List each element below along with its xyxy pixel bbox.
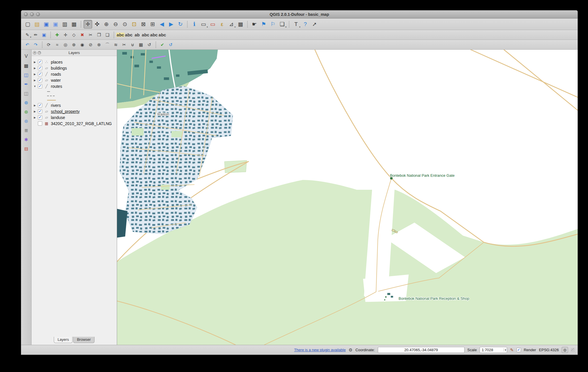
undo-button[interactable]: ↶ (23, 41, 31, 49)
layer-checkbox-places[interactable]: ✓ (38, 60, 42, 64)
coordinate-input[interactable]: 20.47065,-34.04879 (378, 347, 465, 353)
move-feature-button[interactable]: ✛ (62, 31, 69, 39)
layer-item-places[interactable]: ▶✓∴places (33, 59, 117, 65)
layer-item-roads[interactable]: ▶✓╱roads (33, 71, 117, 77)
redo-button[interactable]: ↷ (32, 41, 40, 49)
add-spatialite-layer-button[interactable]: ✒ (23, 80, 30, 88)
layer-checkbox-rivers[interactable]: ✓ (38, 103, 42, 107)
delete-ring-button[interactable]: ⊘ (87, 41, 95, 49)
expand-arrow-icon[interactable]: ▶ (33, 104, 36, 107)
window-titlebar[interactable]: QGIS 2.0.1-Dufour - basic_map (21, 10, 578, 18)
add-mssql-layer-button[interactable]: ◫ (23, 90, 30, 97)
rollback-edits-button[interactable]: ↺ (167, 41, 175, 49)
add-vector-layer-button[interactable]: V (23, 53, 30, 60)
help-button[interactable]: ? (301, 20, 310, 29)
layer-item-routes[interactable]: ▼✓╱routes (33, 83, 117, 89)
pan-to-selection-button[interactable]: ✜ (93, 20, 101, 29)
add-delimited-text-layer-button[interactable]: ≣ (23, 127, 30, 134)
remove-layer-button[interactable]: ⊟ (23, 145, 30, 152)
add-postgis-layer-button[interactable]: ◫ (23, 71, 30, 79)
toggle-editing-button[interactable]: ✏ (32, 31, 40, 39)
paste-features-button[interactable]: ❏ (103, 31, 111, 39)
new-bookmark-button[interactable]: ⚑ (259, 20, 268, 29)
zoom-next-button[interactable]: ▶ (167, 20, 175, 29)
add-wfs-layer-button[interactable]: ⊛ (23, 117, 30, 125)
expand-arrow-icon[interactable]: ▼ (33, 85, 36, 88)
zoom-out-button[interactable]: ⊖ (111, 20, 120, 29)
close-panel-icon[interactable]: ✕ (33, 51, 36, 55)
current-edits-button[interactable]: ✎▾ (23, 31, 31, 39)
zoom-window-button[interactable] (36, 12, 40, 16)
map-tips-button[interactable]: ☛ (250, 20, 259, 29)
new-print-composer-button[interactable]: ▥ (60, 20, 69, 29)
show-bookmarks-button[interactable]: ⚐ (269, 20, 277, 29)
add-part-button[interactable]: ⊕ (70, 41, 78, 49)
label-move-button[interactable]: abc (142, 31, 149, 39)
layer-item-water[interactable]: ▶✓▱water (33, 77, 117, 83)
layer-item-rivers[interactable]: ▶✓╱rivers (33, 102, 117, 108)
save-project-button[interactable]: ▣ (42, 20, 51, 29)
refresh-map-button[interactable]: ↻ (176, 20, 185, 29)
layer-item-school_property[interactable]: ▶✓▱school_property (33, 108, 117, 114)
layer-checkbox-3420C_2010_327_RGB_LATLNG[interactable] (38, 121, 42, 126)
deselect-features-button[interactable]: ▭ (208, 20, 217, 29)
layer-item-3420C_2010_327_RGB_LATLNG[interactable]: ▦3420C_2010_327_RGB_LATLNG (33, 120, 117, 127)
layer-checkbox-landuse[interactable]: ✓ (38, 115, 42, 120)
open-project-button[interactable]: ▤ (33, 20, 41, 29)
save-layer-edits-button[interactable]: ▣ (40, 31, 48, 39)
new-project-button[interactable]: ▢ (23, 20, 32, 29)
layer-checkbox-buildings[interactable]: ✓ (38, 66, 42, 70)
expand-arrow-icon[interactable]: ▶ (33, 79, 36, 82)
copy-features-button[interactable]: ❐ (95, 31, 103, 39)
layer-item-buildings[interactable]: ▶✓▱buildings (33, 65, 117, 71)
composer-manager-button[interactable]: ▦ (70, 20, 78, 29)
plugin-icon[interactable]: ⚙ (349, 347, 352, 353)
open-attribute-table-button[interactable]: ▦ (236, 20, 245, 29)
resize-grip[interactable] (571, 348, 575, 352)
simplify-feature-button[interactable]: ≈ (53, 41, 61, 49)
identify-features-button[interactable]: ℹ (190, 20, 199, 29)
merge-attributes-button[interactable]: ▦ (137, 41, 145, 49)
measure-button[interactable]: ⊿▾ (227, 20, 236, 29)
label-properties-button[interactable]: abc (158, 31, 166, 39)
rotate-point-symbols-button[interactable]: ↺ (145, 41, 153, 49)
minimize-window-button[interactable] (30, 12, 34, 16)
zoom-actual-button[interactable]: ⊙ (121, 20, 129, 29)
select-by-expression-button[interactable]: ε (218, 20, 226, 29)
fill-ring-button[interactable]: ◉ (78, 41, 86, 49)
zoom-full-button[interactable]: ⊡ (130, 20, 138, 29)
whats-this-button[interactable]: ➚ (310, 20, 319, 29)
layer-checkbox-roads[interactable]: ✓ (38, 72, 42, 76)
layer-item-landuse[interactable]: ▶✓▱landuse (33, 114, 117, 120)
node-tool-button[interactable]: ◇ (70, 31, 78, 39)
delete-selected-button[interactable]: ✖ (78, 31, 86, 39)
label-show-hide-button[interactable]: ab (133, 31, 141, 39)
float-panel-icon[interactable]: ❐ (38, 51, 41, 55)
tab-browser[interactable]: Browser (73, 337, 95, 343)
label-pin-button[interactable]: abc (125, 31, 133, 39)
check-validity-button[interactable]: ✔ (158, 41, 166, 49)
crs-status-button[interactable]: ◍ (562, 347, 568, 353)
label-rotate-button[interactable]: abc (150, 31, 158, 39)
tab-layers[interactable]: Layers (54, 337, 73, 343)
cut-features-button[interactable]: ✂ (87, 31, 95, 39)
text-annotation-button[interactable]: T▾ (292, 20, 300, 29)
zoom-in-button[interactable]: ⊕ (102, 20, 111, 29)
add-wcs-layer-button[interactable]: ⊛ (23, 108, 30, 116)
add-raster-layer-button[interactable]: ▩ (23, 62, 30, 69)
expand-arrow-icon[interactable]: ▶ (33, 73, 36, 76)
expand-arrow-icon[interactable]: ▶ (33, 110, 36, 113)
add-ring-button[interactable]: ◎ (62, 41, 69, 49)
pan-map-button[interactable]: ✛ (84, 20, 92, 29)
zoom-to-layer-button[interactable]: ⊞ (148, 20, 157, 29)
layer-checkbox-water[interactable]: ✓ (38, 78, 42, 82)
expand-arrow-icon[interactable]: ▶ (33, 67, 36, 70)
annotation-button[interactable]: ❏▾ (278, 20, 286, 29)
close-window-button[interactable] (24, 12, 28, 16)
layer-checkbox-routes[interactable]: ✓ (38, 84, 42, 88)
plugin-link[interactable]: There is a new plugin available (294, 348, 346, 352)
offset-curve-button[interactable]: ≋ (112, 41, 120, 49)
labeling-button[interactable]: abc (117, 31, 124, 39)
map-canvas[interactable]: Railton Bontebok National Park Entrance … (117, 50, 578, 345)
zoom-last-button[interactable]: ◀ (158, 20, 166, 29)
